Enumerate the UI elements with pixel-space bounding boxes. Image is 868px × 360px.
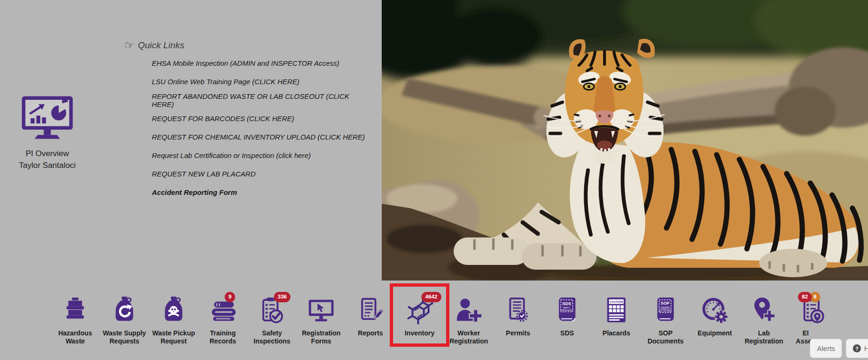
training-records-badge: 9	[225, 292, 235, 302]
pointing-hand-icon: ☞	[124, 40, 135, 51]
nav-item-lab-registration[interactable]: Lab Registration	[739, 287, 789, 345]
help-question-icon: ?	[853, 344, 861, 352]
nav-label: Worker Registration	[444, 329, 493, 345]
nav-label: Safety Inspections	[247, 329, 297, 345]
sds-book-icon: SDS SAFETY DATA SHEET	[552, 296, 582, 325]
quick-link-chemical-inventory-upload[interactable]: REQUEST FOR CHEMICAL INVENTORY UPLOAD (C…	[152, 133, 365, 141]
quick-link-ehsa-mobile-inspection[interactable]: EHSA Mobile Inspection (ADMIN and INSPEC…	[152, 59, 339, 67]
hazardous-waste-barrel-icon	[61, 296, 90, 325]
map-pin-plus-icon	[749, 296, 779, 325]
safety-inspections-badge: 336	[274, 292, 290, 302]
svg-text:SDS: SDS	[562, 301, 571, 306]
quick-links-panel: ☞ Quick Links EHSA Mobile Inspection (AD…	[124, 40, 370, 202]
nav-label: Placards	[592, 329, 641, 337]
alerts-button[interactable]: Alerts	[810, 339, 842, 358]
ei-assessments-badges: 82 8	[798, 292, 820, 302]
nav-item-sds[interactable]: SDS SAFETY DATA SHEET SDS	[543, 287, 592, 345]
svg-text:CAUTION: CAUTION	[610, 300, 623, 303]
person-plus-icon	[454, 296, 483, 325]
nav-item-placards[interactable]: CAUTION Placards	[592, 287, 641, 345]
bottom-nav: Hazardous Waste Waste Supply Requests Wa…	[51, 287, 838, 345]
nav-item-inventory[interactable]: 4642 Inventory	[395, 287, 444, 345]
svg-text:SOP: SOP	[661, 301, 670, 306]
nav-item-reports[interactable]: Reports	[346, 287, 395, 345]
nav-item-hazardous-waste[interactable]: Hazardous Waste	[51, 287, 100, 345]
svg-text:PROCEDURES: PROCEDURES	[659, 310, 671, 312]
report-document-pencil-icon	[356, 296, 385, 325]
pi-overview-title: PI Overview	[12, 148, 83, 159]
nav-item-training-records[interactable]: 9 Training Records	[198, 287, 247, 345]
nav-label: Lab Registration	[739, 329, 789, 345]
pi-overview-user: Taylor Santaloci	[12, 159, 83, 171]
quick-link-report-abandoned-waste[interactable]: REPORT ABANDONED WASTE OR LAB CLOSEOUT (…	[152, 92, 370, 108]
nav-item-ei-assessments[interactable]: 82 8 EI Asses	[789, 287, 838, 345]
svg-text:DATA SHEET: DATA SHEET	[561, 309, 573, 311]
nav-item-registration-forms[interactable]: Registration Forms	[297, 287, 346, 345]
tiger-photo	[382, 0, 868, 281]
nav-label: Permits	[493, 329, 543, 337]
nav-item-waste-supply-requests[interactable]: Waste Supply Requests	[100, 287, 149, 345]
ei-badge-red: 82	[798, 292, 812, 302]
nav-label: Waste Pickup Request	[149, 329, 198, 345]
nav-label: Inventory	[395, 329, 444, 337]
gauge-gear-icon	[700, 296, 729, 325]
quick-link-lab-certification[interactable]: Request Lab Certification or Inspection …	[152, 151, 311, 159]
nav-label: Hazardous Waste	[51, 329, 100, 345]
nav-label: Reports	[346, 329, 395, 337]
nav-item-safety-inspections[interactable]: 336 Safety Inspections	[247, 287, 297, 345]
nav-item-equipment[interactable]: Equipment	[690, 287, 739, 345]
nav-item-sop-documents[interactable]: SOP STANDARD OPERATING PROCEDURES SOP Do…	[641, 287, 690, 345]
quick-links-title: Quick Links	[138, 40, 184, 51]
quick-link-request-barcodes[interactable]: REQUEST FOR BARCODES (CLICK HERE)	[152, 114, 294, 123]
caution-placard-icon: CAUTION	[602, 296, 631, 325]
quick-link-lsu-online-training[interactable]: LSU Online Web Training Page (CLICK HERE…	[152, 78, 299, 86]
dashboard-monitor-icon	[19, 94, 76, 142]
nav-label: Registration Forms	[297, 329, 346, 345]
waste-supply-jug-icon	[110, 296, 139, 325]
nav-label: SOP Documents	[641, 329, 690, 345]
nav-item-permits[interactable]: Permits	[493, 287, 543, 345]
sop-book-icon: SOP STANDARD OPERATING PROCEDURES	[651, 296, 680, 325]
inventory-badge: 4642	[421, 292, 441, 302]
quick-links-header: ☞ Quick Links	[124, 40, 370, 51]
quick-link-accident-reporting-form[interactable]: Accident Reporting Form	[152, 188, 237, 196]
nav-label: SDS	[543, 329, 592, 337]
nav-item-worker-registration[interactable]: Worker Registration	[444, 287, 493, 345]
help-button-label: Help	[864, 344, 868, 352]
alerts-button-label: Alerts	[817, 344, 835, 352]
monitor-cursor-icon	[306, 296, 336, 325]
pi-overview-tile[interactable]: PI Overview Taylor Santaloci	[12, 94, 83, 171]
nav-item-waste-pickup-request[interactable]: Waste Pickup Request	[149, 287, 198, 345]
nav-label: Equipment	[690, 329, 739, 337]
quick-link-new-lab-placard[interactable]: REQUEST NEW LAB PLACARD	[152, 170, 255, 178]
permit-document-seal-icon	[503, 296, 533, 325]
quick-links-list: EHSA Mobile Inspection (ADMIN and INSPEC…	[124, 54, 370, 202]
waste-pickup-skull-jug-icon	[159, 296, 188, 325]
nav-label: Waste Supply Requests	[100, 329, 149, 345]
nav-label: Training Records	[198, 329, 247, 345]
help-button[interactable]: ? Help	[846, 339, 868, 358]
